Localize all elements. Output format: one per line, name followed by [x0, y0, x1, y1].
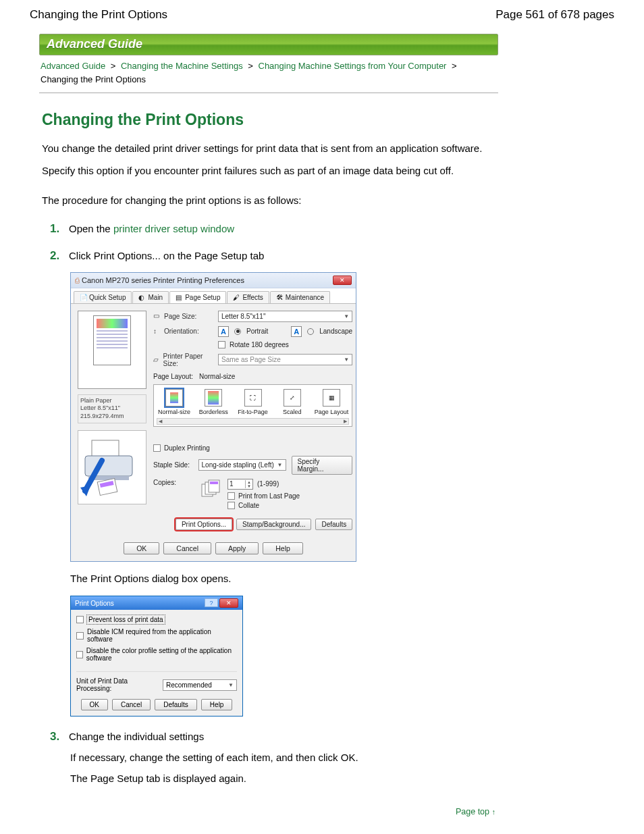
wrench-icon: 🛠: [276, 294, 283, 301]
page-title: Changing the Print Options: [42, 111, 495, 129]
step-text-prefix: Open the: [69, 223, 113, 234]
landscape-icon: A: [291, 326, 302, 337]
svg-rect-9: [210, 481, 218, 484]
print-options-dialog: Print Options ? ✕ Prevent loss of print …: [70, 596, 243, 716]
help-button[interactable]: Help: [263, 542, 303, 554]
tab-effects[interactable]: 🖌Effects: [227, 291, 269, 303]
checkbox-collate[interactable]: [227, 502, 235, 509]
step-link[interactable]: printer driver setup window: [113, 223, 234, 234]
ok-button[interactable]: OK: [81, 699, 108, 710]
checkbox-prevent-loss[interactable]: [76, 616, 84, 623]
layout-scrollbar[interactable]: ◀▶: [157, 418, 349, 425]
chevron-down-icon[interactable]: ▼: [247, 484, 251, 488]
step-text: Change the individual settings: [69, 731, 204, 742]
dialog-title: Print Options: [75, 600, 114, 607]
help-button[interactable]: ?: [205, 598, 218, 607]
staple-side-label: Staple Side:: [153, 461, 193, 469]
prevent-loss-label: Prevent loss of print data: [87, 615, 165, 624]
landscape-label: Landscape: [319, 328, 352, 335]
paper-icon: 📄: [80, 294, 86, 301]
svg-rect-4: [97, 478, 117, 495]
tab-main[interactable]: ◐Main: [132, 291, 169, 303]
breadcrumb-link[interactable]: Changing Machine Settings from Your Comp…: [259, 61, 447, 71]
page-counter: Page 561 of 678 pages: [495, 8, 614, 22]
page-preview: [78, 311, 146, 389]
apply-button[interactable]: Apply: [215, 542, 259, 554]
checkbox-duplex[interactable]: [153, 444, 161, 452]
help-button[interactable]: Help: [201, 699, 233, 710]
page-layout-value: Normal-size: [199, 373, 235, 380]
dialog-title: ⎙ Canon MP270 series Printer Printing Pr…: [75, 276, 244, 284]
radio-landscape[interactable]: [307, 328, 314, 335]
duplex-label: Duplex Printing: [164, 444, 210, 452]
breadcrumb: Advanced Guide > Changing the Machine Se…: [39, 55, 498, 93]
defaults-button[interactable]: Defaults: [315, 519, 352, 530]
close-button[interactable]: ✕: [333, 276, 352, 285]
radio-portrait[interactable]: [234, 328, 241, 335]
layout-borderless[interactable]: Borderless: [196, 389, 231, 415]
tab-page-setup[interactable]: ▤Page Setup: [169, 291, 226, 303]
cancel-button[interactable]: Cancel: [112, 699, 151, 710]
page-top-link[interactable]: Page top ↑: [456, 807, 495, 816]
checkbox-disable-color-profile[interactable]: [76, 651, 83, 658]
step-number: 1.: [50, 222, 62, 236]
printer-paper-icon: ▱: [153, 356, 161, 364]
chevron-down-icon: ▼: [228, 682, 234, 688]
layout-selector: Normal-size Borderless ⛶Fit-to-Page ⤢Sca…: [153, 384, 352, 427]
breadcrumb-sep: >: [452, 61, 457, 71]
layout-normal-size[interactable]: Normal-size: [157, 389, 192, 415]
settings-icon: ◐: [138, 294, 145, 301]
tab-quick-setup[interactable]: 📄Quick Setup: [74, 291, 132, 303]
page-size-label: Page Size:: [164, 313, 196, 320]
guide-banner: Advanced Guide: [39, 34, 498, 55]
copies-spinner[interactable]: 1 ▲▼: [227, 479, 253, 490]
copies-icon: [200, 479, 221, 498]
page-size-combo[interactable]: Letter 8.5"x11"▼: [218, 311, 352, 322]
collate-label: Collate: [238, 502, 259, 509]
portrait-label: Portrait: [246, 328, 268, 335]
checkbox-print-from-last-page[interactable]: [227, 492, 235, 500]
breadcrumb-current: Changing the Print Options: [41, 74, 146, 84]
disable-color-profile-label: Disable the color profile setting of the…: [86, 647, 237, 662]
defaults-button[interactable]: Defaults: [155, 699, 197, 710]
printer-paper-label: Printer Paper Size:: [163, 353, 213, 367]
cancel-button[interactable]: Cancel: [163, 542, 211, 554]
doc-header-title: Changing the Print Options: [30, 8, 167, 22]
tab-maintenance[interactable]: 🛠Maintenance: [270, 291, 330, 303]
layout-fit-to-page[interactable]: ⛶Fit-to-Page: [235, 389, 270, 415]
specify-margin-button[interactable]: Specify Margin...: [292, 456, 353, 475]
breadcrumb-sep: >: [111, 61, 116, 71]
page-size-icon: ▭: [153, 312, 161, 320]
step-note: The Print Options dialog box opens.: [70, 571, 495, 587]
checkbox-rotate-180[interactable]: [218, 341, 225, 348]
intro-paragraph: You change the detailed print driver set…: [42, 141, 495, 157]
unit-processing-combo[interactable]: Recommended▼: [163, 679, 237, 691]
checkbox-disable-icm[interactable]: [76, 632, 84, 640]
svg-marker-3: [80, 486, 90, 496]
layout-page-layout[interactable]: ▦Page Layout: [314, 389, 349, 415]
disable-icm-label: Disable ICM required from the applicatio…: [87, 628, 237, 643]
page-icon: ▤: [176, 294, 182, 301]
print-from-last-page-label: Print from Last Page: [238, 492, 300, 500]
ok-button[interactable]: OK: [124, 542, 159, 554]
preview-meta: Plain Paper Letter 8.5"x11" 215.9x279.4m…: [78, 394, 146, 423]
svg-rect-0: [92, 440, 119, 457]
copies-label: Copies:: [153, 479, 194, 486]
page-layout-label: Page Layout:: [153, 373, 194, 380]
step-number: 3.: [50, 730, 62, 744]
step-number: 2.: [50, 249, 62, 263]
chevron-down-icon: ▼: [344, 313, 349, 319]
stamp-background-button[interactable]: Stamp/Background...: [236, 519, 311, 530]
chevron-down-icon: ▼: [277, 462, 283, 468]
printing-preferences-dialog: ⎙ Canon MP270 series Printer Printing Pr…: [70, 272, 356, 562]
breadcrumb-link[interactable]: Advanced Guide: [41, 61, 105, 71]
layout-scaled[interactable]: ⤢Scaled: [275, 389, 310, 415]
step-text: Click Print Options... on the Page Setup…: [69, 250, 264, 261]
staple-side-combo[interactable]: Long-side stapling (Left)▼: [198, 459, 286, 471]
step-detail: The Page Setup tab is displayed again.: [70, 771, 495, 787]
copies-range: (1-999): [257, 480, 279, 488]
close-button[interactable]: ✕: [219, 598, 238, 608]
intro-paragraph: Specify this option if you encounter pri…: [42, 163, 495, 179]
breadcrumb-link[interactable]: Changing the Machine Settings: [121, 61, 243, 71]
print-options-button[interactable]: Print Options...: [176, 519, 232, 530]
